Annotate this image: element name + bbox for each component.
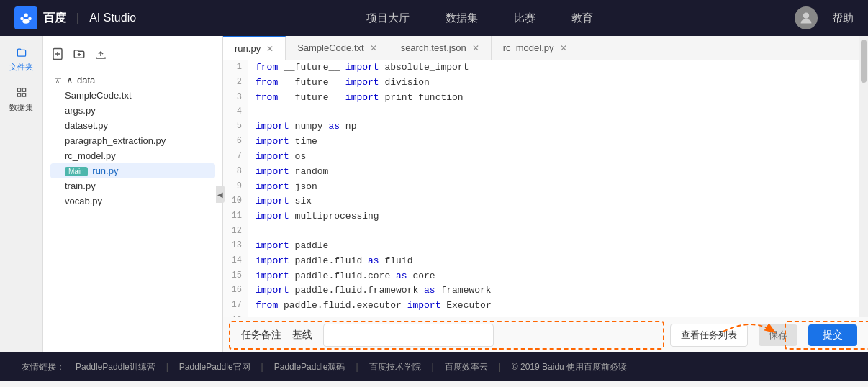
tab-samplecode-label: SampleCode.txt (297, 42, 364, 53)
code-line-4: 4 (223, 105, 868, 119)
sidebar-item-folder[interactable]: 文件夹 (9, 47, 35, 73)
svg-rect-7 (17, 94, 20, 96)
code-line-3: 3 from __future__ import print_function (223, 91, 868, 106)
run-py-label: run.py (92, 165, 118, 176)
submit-button[interactable]: 提交 (808, 324, 857, 346)
footer-copyright: © 2019 Baidu 使用百度前必读 (512, 361, 627, 373)
footer-link-4[interactable]: 百度技术学院 (369, 361, 421, 373)
tabs-bar: run.py ✕ SampleCode.txt ✕ search.test.js… (223, 36, 868, 60)
sidebar-folder-label: 文件夹 (9, 62, 33, 73)
nav-item-projects[interactable]: 项目大厅 (366, 12, 410, 25)
tab-runpy-close[interactable]: ✕ (266, 44, 273, 54)
footer-divider-2: | (261, 362, 263, 372)
main-badge: Main (65, 167, 88, 176)
file-args[interactable]: args.py (50, 103, 215, 118)
svg-rect-5 (17, 88, 20, 91)
tab-rcmodel-close[interactable]: ✕ (560, 43, 567, 53)
footer-divider-1: | (166, 362, 168, 372)
folder-data[interactable]: ∧ ∧ data (50, 73, 215, 88)
save-button[interactable]: 保存 (759, 324, 797, 346)
header-right: 帮助 (795, 6, 854, 29)
code-line-16: 16 import paddle.fluid.framework as fram… (223, 283, 868, 299)
footer-link-2[interactable]: PaddlePaddle官网 (179, 361, 250, 373)
scrollbar-track[interactable] (859, 36, 868, 352)
header: 百度 | AI Studio 项目大厅 数据集 比赛 教育 帮助 (0, 0, 868, 36)
code-line-8: 8 import random (223, 165, 868, 180)
file-runpy[interactable]: Main run.py (50, 163, 215, 178)
studio-text: AI Studio (89, 12, 136, 24)
main-container: 文件夹 数据集 (0, 36, 868, 352)
tab-runpy[interactable]: run.py ✕ (223, 36, 286, 60)
nav-item-competition[interactable]: 比赛 (514, 12, 535, 25)
folder-data-name: data (77, 75, 95, 86)
svg-rect-6 (22, 88, 25, 91)
baidu-logo-icon (14, 6, 37, 29)
file-rcmodel[interactable]: rc_model.py (50, 148, 215, 163)
help-text[interactable]: 帮助 (832, 12, 854, 25)
tab-samplecode-close[interactable]: ✕ (370, 43, 377, 53)
footer-link-3[interactable]: PaddlePaddle源码 (274, 361, 345, 373)
task-input[interactable] (323, 324, 494, 347)
logo-divider: | (76, 12, 79, 24)
file-dataset[interactable]: dataset.py (50, 118, 215, 133)
file-samplecode[interactable]: SampleCode.txt (50, 88, 215, 103)
file-paragraph[interactable]: paragraph_extraction.py (50, 133, 215, 148)
file-tree-header (50, 43, 215, 65)
upload-icon[interactable] (94, 47, 108, 61)
tab-runpy-label: run.py (235, 43, 261, 54)
code-line-14: 14 import paddle.fluid as fluid (223, 254, 868, 269)
svg-point-4 (803, 13, 809, 19)
scrollbar-thumb[interactable] (861, 40, 867, 83)
bottom-panel: 任务备注 基线 查看任务列表 保存 提交 (223, 317, 868, 352)
footer-divider-4: | (432, 362, 434, 372)
svg-point-1 (20, 17, 24, 21)
tab-samplecode[interactable]: SampleCode.txt ✕ (286, 36, 389, 60)
code-line-7: 7 import os (223, 150, 868, 165)
code-line-17: 17 from paddle.fluid.executor import Exe… (223, 299, 868, 314)
footer: 友情链接： PaddlePaddle训练营 | PaddlePaddle官网 |… (0, 352, 868, 381)
footer-link-1[interactable]: PaddlePaddle训练营 (76, 361, 155, 373)
sidebar: 文件夹 数据集 (0, 36, 43, 352)
svg-point-0 (24, 14, 28, 17)
nav-item-datasets[interactable]: 数据集 (446, 12, 478, 25)
nav-item-education[interactable]: 教育 (571, 12, 593, 25)
task-note-label: 任务备注 (241, 329, 281, 342)
code-line-1: 1 from __future__ import absolute_import (223, 60, 868, 76)
view-tasks-button[interactable]: 查看任务列表 (670, 324, 748, 347)
sidebar-item-datasets[interactable]: 数据集 (9, 87, 35, 113)
svg-point-2 (28, 17, 32, 21)
code-editor[interactable]: 1 from __future__ import absolute_import… (223, 60, 868, 317)
collapse-arrow[interactable]: ◀ (216, 186, 225, 203)
file-vocab[interactable]: vocab.py (50, 194, 215, 209)
code-line-11: 11 import multiprocessing (223, 209, 868, 224)
svg-point-3 (22, 19, 29, 23)
code-line-15: 15 import paddle.fluid.core as core (223, 269, 868, 284)
code-line-10: 10 import six (223, 194, 868, 209)
sidebar-datasets-label: 数据集 (9, 102, 33, 113)
code-line-9: 9 import json (223, 180, 868, 195)
code-line-2: 2 from __future__ import division (223, 76, 868, 91)
code-line-12: 12 (223, 224, 868, 239)
footer-link-5[interactable]: 百度效率云 (445, 361, 488, 373)
tab-searchtest-label: search.test.json (401, 42, 466, 53)
svg-text:∧: ∧ (55, 78, 60, 84)
tab-searchtest[interactable]: search.test.json ✕ (389, 36, 492, 60)
logo-area: 百度 | AI Studio (14, 6, 136, 29)
svg-rect-8 (22, 94, 25, 96)
baidu-text: 百度 (43, 11, 66, 26)
avatar[interactable] (795, 6, 818, 29)
code-line-6: 6 import time (223, 135, 868, 150)
file-tree: ∧ ∧ data SampleCode.txt args.py dataset.… (43, 36, 223, 352)
footer-divider-5: | (499, 362, 501, 372)
nav-items: 项目大厅 数据集 比赛 教育 (165, 12, 795, 25)
new-file-icon[interactable] (50, 47, 65, 61)
file-train[interactable]: train.py (50, 178, 215, 194)
tab-searchtest-close[interactable]: ✕ (472, 43, 479, 53)
tab-rcmodel[interactable]: rc_model.py ✕ (492, 36, 579, 60)
tab-rcmodel-label: rc_model.py (503, 42, 554, 53)
footer-prefix: 友情链接： (22, 361, 65, 373)
footer-divider-3: | (356, 362, 358, 372)
new-folder-icon[interactable] (72, 47, 86, 61)
code-line-5: 5 import numpy as np (223, 119, 868, 135)
baseline-label: 基线 (292, 329, 312, 342)
